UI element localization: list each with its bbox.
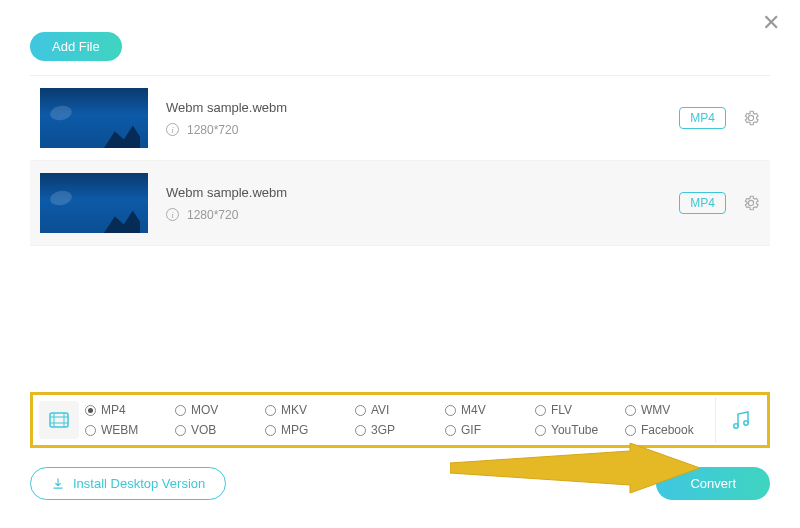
format-label: MPG [281, 423, 308, 437]
format-grid: MP4MOVMKVAVIM4VFLVWMVWEBMVOBMPG3GPGIFYou… [83, 397, 715, 443]
format-label: MP4 [101, 403, 126, 417]
install-desktop-label: Install Desktop Version [73, 476, 205, 491]
radio-icon [445, 405, 456, 416]
format-option-gif[interactable]: GIF [445, 423, 533, 437]
format-label: WMV [641, 403, 670, 417]
format-option-youtube[interactable]: YouTube [535, 423, 623, 437]
format-option-mp4[interactable]: MP4 [85, 403, 173, 417]
format-label: M4V [461, 403, 486, 417]
output-format-badge[interactable]: MP4 [679, 107, 726, 129]
format-option-facebook[interactable]: Facebook [625, 423, 713, 437]
file-list: Webm sample.webm i 1280*720 MP4 Webm sam… [30, 76, 770, 246]
format-option-mov[interactable]: MOV [175, 403, 263, 417]
video-thumbnail[interactable] [40, 173, 148, 233]
format-label: YouTube [551, 423, 598, 437]
format-option-mkv[interactable]: MKV [265, 403, 353, 417]
file-name: Webm sample.webm [166, 185, 679, 200]
format-label: FLV [551, 403, 572, 417]
radio-icon [535, 405, 546, 416]
format-label: 3GP [371, 423, 395, 437]
format-option-wmv[interactable]: WMV [625, 403, 713, 417]
output-format-badge[interactable]: MP4 [679, 192, 726, 214]
file-dimensions: 1280*720 [187, 123, 238, 137]
format-option-flv[interactable]: FLV [535, 403, 623, 417]
file-row: Webm sample.webm i 1280*720 MP4 [30, 161, 770, 246]
format-label: Facebook [641, 423, 694, 437]
video-tab-icon[interactable] [39, 401, 79, 439]
radio-icon [355, 425, 366, 436]
svg-rect-0 [50, 413, 68, 427]
format-label: MKV [281, 403, 307, 417]
file-dimensions: 1280*720 [187, 208, 238, 222]
info-icon: i [166, 123, 179, 136]
radio-icon [175, 405, 186, 416]
close-icon[interactable]: ✕ [762, 10, 780, 36]
format-label: GIF [461, 423, 481, 437]
add-file-button[interactable]: Add File [30, 32, 122, 61]
format-label: AVI [371, 403, 389, 417]
format-label: WEBM [101, 423, 138, 437]
convert-button[interactable]: Convert [656, 467, 770, 500]
svg-point-6 [743, 421, 747, 425]
file-row: Webm sample.webm i 1280*720 MP4 [30, 76, 770, 161]
format-option-m4v[interactable]: M4V [445, 403, 533, 417]
format-label: MOV [191, 403, 218, 417]
radio-icon [625, 405, 636, 416]
format-option-webm[interactable]: WEBM [85, 423, 173, 437]
install-desktop-button[interactable]: Install Desktop Version [30, 467, 226, 500]
radio-icon [85, 405, 96, 416]
format-option-avi[interactable]: AVI [355, 403, 443, 417]
format-selector-bar: MP4MOVMKVAVIM4VFLVWMVWEBMVOBMPG3GPGIFYou… [30, 392, 770, 448]
radio-icon [535, 425, 546, 436]
download-icon [51, 477, 65, 491]
svg-point-5 [733, 424, 737, 428]
radio-icon [175, 425, 186, 436]
format-option-vob[interactable]: VOB [175, 423, 263, 437]
gear-icon[interactable] [742, 109, 760, 127]
format-option-mpg[interactable]: MPG [265, 423, 353, 437]
radio-icon [355, 405, 366, 416]
gear-icon[interactable] [742, 194, 760, 212]
radio-icon [265, 405, 276, 416]
format-option-3gp[interactable]: 3GP [355, 423, 443, 437]
audio-tab-icon[interactable] [715, 397, 765, 443]
format-label: VOB [191, 423, 216, 437]
radio-icon [265, 425, 276, 436]
file-name: Webm sample.webm [166, 100, 679, 115]
info-icon: i [166, 208, 179, 221]
radio-icon [625, 425, 636, 436]
video-thumbnail[interactable] [40, 88, 148, 148]
radio-icon [85, 425, 96, 436]
radio-icon [445, 425, 456, 436]
